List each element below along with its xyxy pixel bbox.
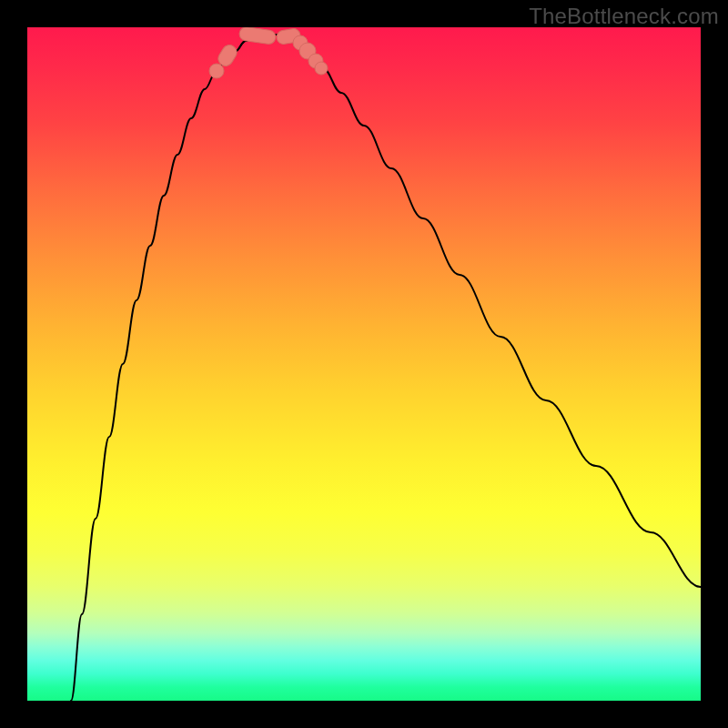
plot-area (27, 27, 701, 701)
curve-lines (71, 35, 701, 701)
watermark-text: TheBottleneck.com (529, 4, 719, 29)
chart-svg (27, 27, 701, 701)
marker-0 (209, 64, 224, 78)
outer-frame: TheBottleneck.com (0, 0, 728, 728)
marker-7 (315, 62, 328, 75)
data-markers (209, 27, 328, 78)
curve-left-curve (71, 41, 246, 701)
curve-right-curve (298, 41, 701, 587)
